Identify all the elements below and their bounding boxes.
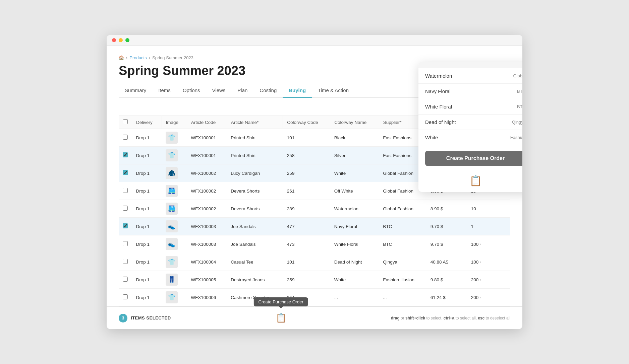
cell-article-code-8: WFX100004	[187, 253, 227, 271]
fp-create-po-button[interactable]: Create Purchase Order	[425, 151, 522, 166]
cell-article-name-7: Joe Sandals	[227, 235, 283, 253]
cell-buying-price-5: 8.90 $	[426, 200, 467, 218]
table-row: Drop 1 👟 WFX100003 Joe Sandals 473 White…	[119, 235, 510, 253]
cell-article-code-2: WFX100001	[187, 147, 227, 164]
maximize-dot[interactable]	[125, 38, 129, 42]
select-all-header[interactable]	[119, 116, 132, 129]
product-image-7: 👟	[166, 238, 178, 250]
qty-expand-icon[interactable]: ›	[480, 260, 481, 264]
cell-image-7: 👟	[162, 235, 187, 253]
row-checkbox-1[interactable]	[123, 135, 128, 140]
fp-header	[418, 62, 522, 68]
tab-items[interactable]: Items	[152, 84, 177, 98]
breadcrumb-products[interactable]: Products	[129, 55, 147, 60]
fp-supplier-3: BTC	[517, 104, 522, 109]
cell-buying-price-10: 61.24 $	[426, 289, 467, 306]
cell-image-2: 👕	[162, 147, 187, 164]
window-chrome	[107, 35, 522, 46]
bottom-center: Create Purchase Order 📋	[274, 311, 288, 324]
row-checkbox-2[interactable]	[123, 152, 128, 157]
cell-target-qty-9: 200 ›	[467, 271, 510, 289]
qty-expand-icon[interactable]: ›	[480, 242, 481, 246]
cell-colorway-code-8: 101	[283, 253, 330, 271]
row-checkbox-cell[interactable]	[119, 271, 132, 289]
col-delivery: Delivery	[132, 116, 162, 129]
tab-buying[interactable]: Buying	[283, 84, 312, 98]
qty-expand-icon[interactable]: ›	[480, 278, 481, 282]
selected-count: 3	[119, 314, 127, 322]
qty-expand-icon[interactable]: ›	[480, 295, 481, 299]
cell-colorway-name-1: Black	[330, 129, 379, 147]
row-checkbox-cell[interactable]	[119, 147, 132, 164]
fp-supplier-1: Global	[513, 73, 522, 78]
col-article-name: Article Name*	[227, 116, 283, 129]
row-checkbox-10[interactable]	[123, 294, 128, 299]
product-image-1: 👕	[166, 132, 178, 144]
cell-delivery-9: Drop 1	[132, 271, 162, 289]
fp-row-4: Dead of Night Qingya	[418, 115, 522, 130]
cell-colorway-code-5: 289	[283, 200, 330, 218]
select-all-checkbox[interactable]	[123, 119, 128, 124]
cell-article-name-1: Printed Shirt	[227, 129, 283, 147]
tab-plan[interactable]: Plan	[231, 84, 253, 98]
cell-article-code-4: WFX100002	[187, 182, 227, 200]
tab-costing[interactable]: Costing	[253, 84, 283, 98]
cell-colorway-code-2: 258	[283, 147, 330, 164]
table-row: Drop 1 👕 WFX100004 Casual Tee 101 Dead o…	[119, 253, 510, 271]
row-checkbox-cell[interactable]	[119, 289, 132, 306]
cell-colorway-code-4: 261	[283, 182, 330, 200]
cell-colorway-name-3: White	[330, 164, 379, 182]
row-checkbox-cell[interactable]	[119, 200, 132, 218]
items-selected-badge: 3 ITEMS SELECTED	[119, 314, 171, 322]
product-image-3: 🧥	[166, 167, 178, 179]
fp-supplier-5: Fashion	[510, 135, 522, 140]
close-dot[interactable]	[112, 38, 116, 42]
cell-image-9: 👖	[162, 271, 187, 289]
cell-article-name-2: Printed Shirt	[227, 147, 283, 164]
row-checkbox-cell[interactable]	[119, 235, 132, 253]
row-checkbox-6[interactable]	[123, 223, 128, 228]
fp-name-3: White Floral	[425, 104, 452, 110]
fp-po-icon: 📋	[418, 171, 522, 192]
cell-supplier-8: Qingya	[379, 253, 426, 271]
fp-row-1: Watermelon Global	[418, 68, 522, 84]
row-checkbox-7[interactable]	[123, 241, 128, 246]
tab-options[interactable]: Options	[177, 84, 206, 98]
tab-views[interactable]: Views	[206, 84, 232, 98]
row-checkbox-cell[interactable]	[119, 129, 132, 147]
cell-colorway-name-4: Off White	[330, 182, 379, 200]
row-checkbox-3[interactable]	[123, 170, 128, 175]
minimize-dot[interactable]	[119, 38, 123, 42]
row-checkbox-5[interactable]	[123, 206, 128, 211]
cell-colorway-name-2: Silver	[330, 147, 379, 164]
cell-article-code-5: WFX100002	[187, 200, 227, 218]
cell-article-name-5: Devera Shorts	[227, 200, 283, 218]
create-po-icon-button[interactable]: 📋	[274, 311, 288, 324]
row-checkbox-4[interactable]	[123, 188, 128, 193]
cell-article-name-8: Casual Tee	[227, 253, 283, 271]
breadcrumb: 🏠 › Products › Spring Summer 2023	[119, 55, 510, 60]
cell-delivery-5: Drop 1	[132, 200, 162, 218]
cell-delivery-8: Drop 1	[132, 253, 162, 271]
tab-time-action[interactable]: Time & Action	[312, 84, 355, 98]
col-colorway-name: Colorway Name	[330, 116, 379, 129]
row-checkbox-8[interactable]	[123, 259, 128, 264]
cell-colorway-code-3: 259	[283, 164, 330, 182]
row-checkbox-cell[interactable]	[119, 182, 132, 200]
row-checkbox-cell[interactable]	[119, 164, 132, 182]
purchase-order-icon: 📋	[276, 313, 286, 323]
keyboard-hints: drag or shift+click to select, ctrl+a to…	[391, 316, 510, 320]
cell-supplier-10: ...	[379, 289, 426, 306]
row-checkbox-cell[interactable]	[119, 253, 132, 271]
row-checkbox-9[interactable]	[123, 277, 128, 282]
home-icon[interactable]: 🏠	[119, 55, 124, 60]
cell-colorway-name-6: Navy Floral	[330, 218, 379, 235]
cell-colorway-name-9: White	[330, 271, 379, 289]
fp-row-5: White Fashion	[418, 130, 522, 145]
fp-name-5: White	[425, 135, 438, 140]
cell-article-name-3: Lucy Cardigan	[227, 164, 283, 182]
cell-delivery-4: Drop 1	[132, 182, 162, 200]
cell-article-code-1: WFX100001	[187, 129, 227, 147]
tab-summary[interactable]: Summary	[119, 84, 152, 98]
row-checkbox-cell[interactable]	[119, 218, 132, 235]
